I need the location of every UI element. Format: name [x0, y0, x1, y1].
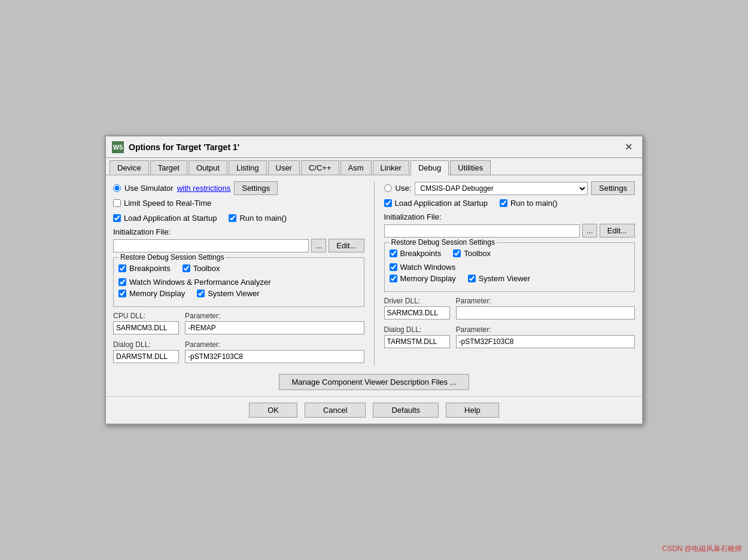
watch-windows-row-left: Watch Windows & Performance Analyzer — [118, 278, 359, 287]
restore-group-content-left: Breakpoints Toolbox Watch Windows & Perf… — [118, 264, 359, 300]
driver-dll-label: Driver DLL: — [384, 297, 450, 305]
init-edit-button-right[interactable]: Edit... — [600, 224, 635, 238]
dialog-param-col-right: Parameter: — [456, 325, 636, 348]
run-to-main-label-left: Run to main() — [239, 214, 287, 223]
with-restrictions-link[interactable]: with restrictions — [177, 184, 231, 193]
restore-group-left: Restore Debug Session Settings Breakpoin… — [113, 257, 364, 307]
dialog-param-input-left[interactable] — [185, 350, 364, 363]
init-edit-button-left[interactable]: Edit... — [329, 239, 364, 252]
driver-dll-input[interactable] — [384, 306, 450, 319]
tab-utilities[interactable]: Utilities — [450, 160, 491, 175]
memory-system-row-left: Memory Display System Viewer — [118, 289, 359, 300]
manage-component-button[interactable]: Manage Component Viewer Description File… — [279, 374, 469, 390]
breakpoints-checkbox-left[interactable] — [118, 264, 126, 272]
breakpoints-checkbox-right[interactable] — [390, 249, 397, 257]
watermark: CSDN @电磁风暴石晓师 — [662, 544, 742, 554]
init-browse-button-right[interactable]: ... — [582, 224, 597, 238]
dialog-param-input-right[interactable] — [456, 335, 636, 348]
restore-group-title-left: Restore Debug Session Settings — [118, 253, 226, 261]
title-bar-left: W5 Options for Target 'Target 1' — [112, 141, 239, 153]
tab-device[interactable]: Device — [110, 160, 149, 175]
load-app-row-right: Load Application at Startup — [384, 199, 488, 208]
system-viewer-label-left: System Viewer — [208, 289, 259, 298]
load-app-checkbox-right[interactable] — [384, 199, 392, 207]
tab-linker[interactable]: Linker — [373, 160, 409, 175]
watch-windows-checkbox-right[interactable] — [390, 263, 397, 271]
toolbox-row-right: Toolbox — [453, 249, 491, 258]
load-app-label-right: Load Application at Startup — [395, 199, 488, 208]
driver-param-input[interactable] — [456, 306, 636, 319]
breakpoints-row-right: Breakpoints — [390, 249, 442, 258]
init-file-section-right: Initialization File: ... Edit... — [384, 212, 636, 238]
toolbox-label-right: Toolbox — [464, 249, 491, 258]
cpu-dll-input[interactable] — [113, 321, 179, 334]
dialog-param-label-right: Parameter: — [456, 325, 636, 334]
watch-windows-label-right: Watch Windows — [400, 263, 456, 272]
defaults-button[interactable]: Defaults — [373, 403, 439, 418]
system-viewer-row-right: System Viewer — [468, 274, 530, 283]
cpu-dll-row: CPU DLL: Parameter: — [113, 312, 364, 334]
init-file-row-right: ... Edit... — [384, 224, 636, 238]
limit-speed-checkbox[interactable] — [113, 199, 121, 207]
ok-button[interactable]: OK — [249, 403, 297, 418]
use-debugger-radio[interactable] — [384, 184, 392, 192]
right-settings-button[interactable]: Settings — [591, 181, 635, 195]
tab-debug[interactable]: Debug — [411, 160, 449, 175]
run-to-main-row-right: Run to main() — [500, 199, 558, 208]
cpu-dll-label: CPU DLL: — [113, 312, 179, 320]
run-to-main-checkbox-right[interactable] — [500, 199, 507, 207]
init-file-input-right[interactable] — [384, 224, 580, 238]
cpu-dll-section: CPU DLL: Parameter: Dialog DLL: — [113, 312, 364, 363]
dialog-param-col-left: Parameter: — [185, 340, 364, 363]
restore-group-title-right: Restore Debug Session Settings — [390, 238, 497, 246]
tab-asm[interactable]: Asm — [340, 160, 372, 175]
driver-dll-row: Driver DLL: Parameter: — [384, 297, 636, 319]
use-simulator-radio[interactable] — [113, 184, 121, 192]
dialog-dll-input-left[interactable] — [113, 350, 179, 363]
dialog-dll-label-left: Dialog DLL: — [113, 340, 179, 349]
tab-cpp[interactable]: C/C++ — [301, 160, 339, 175]
init-file-input-left[interactable] — [113, 239, 309, 252]
tab-listing[interactable]: Listing — [229, 160, 267, 175]
breakpoints-row-left: Breakpoints — [118, 264, 171, 273]
dialog-dll-col-right: Dialog DLL: — [384, 325, 450, 348]
watch-windows-row-right: Watch Windows — [390, 263, 630, 272]
breakpoints-label-left: Breakpoints — [129, 264, 171, 273]
bottom-bar: OK Cancel Defaults Help — [106, 396, 642, 424]
watch-windows-checkbox-left[interactable] — [118, 278, 126, 286]
dialog-param-label-left: Parameter: — [185, 340, 364, 349]
system-viewer-checkbox-right[interactable] — [468, 275, 476, 282]
dialog-dll-input-right[interactable] — [384, 335, 450, 348]
use-debugger-row: Use: CMSIS-DAP Debugger Settings — [384, 181, 636, 195]
driver-dll-section: Driver DLL: Parameter: Dialog DLL: — [384, 297, 636, 348]
system-viewer-checkbox-left[interactable] — [197, 290, 205, 297]
close-button[interactable]: ✕ — [621, 140, 636, 154]
cancel-button[interactable]: Cancel — [305, 403, 366, 418]
tab-output[interactable]: Output — [188, 160, 227, 175]
column-separator — [374, 181, 375, 366]
debugger-select[interactable]: CMSIS-DAP Debugger — [415, 182, 588, 195]
cpu-param-input[interactable] — [185, 321, 364, 334]
use-simulator-row: Use Simulator with restrictions Settings — [113, 181, 364, 195]
left-settings-button[interactable]: Settings — [234, 181, 278, 195]
help-button[interactable]: Help — [446, 403, 499, 418]
toolbox-checkbox-left[interactable] — [183, 264, 190, 272]
run-to-main-checkbox-left[interactable] — [229, 214, 236, 222]
memory-display-checkbox-right[interactable] — [390, 275, 397, 282]
toolbox-checkbox-right[interactable] — [453, 249, 461, 257]
main-dialog: W5 Options for Target 'Target 1' ✕ Devic… — [105, 135, 643, 425]
memory-display-checkbox-left[interactable] — [118, 290, 126, 297]
tab-target[interactable]: Target — [150, 160, 187, 175]
memory-display-label-left: Memory Display — [129, 289, 185, 298]
manage-btn-wrapper: Manage Component Viewer Description File… — [113, 374, 635, 390]
tab-user[interactable]: User — [268, 160, 300, 175]
cpu-dll-col: CPU DLL: — [113, 312, 179, 334]
load-run-row: Load Application at Startup Run to main(… — [113, 214, 364, 225]
tab-bar: Device Target Output Listing User C/C++ … — [106, 158, 642, 175]
memory-display-label-right: Memory Display — [400, 274, 456, 283]
load-app-checkbox-left[interactable] — [113, 214, 121, 222]
dialog-dll-row-left: Dialog DLL: Parameter: — [113, 340, 364, 363]
dialog-body: Use Simulator with restrictions Settings… — [106, 175, 642, 396]
memory-system-row-right: Memory Display System Viewer — [390, 274, 630, 285]
init-browse-button-left[interactable]: ... — [311, 239, 326, 252]
